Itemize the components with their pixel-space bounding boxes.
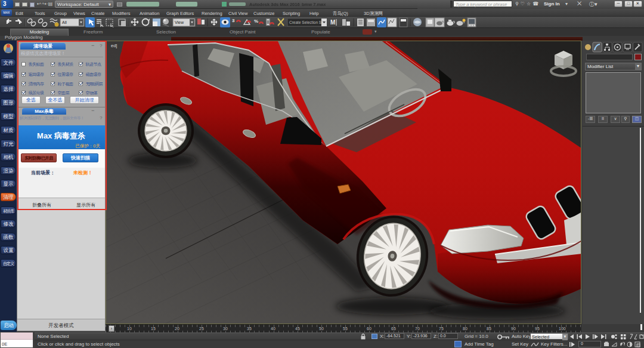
svg-text:M: M — [330, 19, 335, 26]
svg-text:3: 3 — [232, 18, 235, 23]
svg-text:ed]: ed] — [111, 43, 117, 48]
svg-text:%: % — [254, 19, 258, 24]
svg-text:View: View — [175, 20, 184, 24]
svg-text:All: All — [62, 20, 67, 24]
svg-text:Create Selection Se: Create Selection Se — [289, 20, 324, 24]
